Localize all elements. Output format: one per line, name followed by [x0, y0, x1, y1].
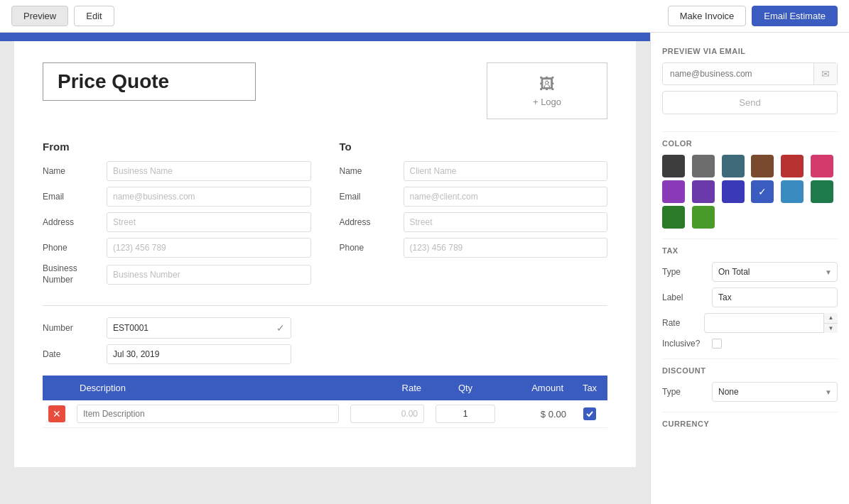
color-swatch-5[interactable]	[811, 155, 833, 177]
color-swatch-9[interactable]	[751, 180, 774, 203]
from-name-label: Name	[43, 166, 107, 176]
qty-cell	[430, 400, 501, 428]
from-email-input[interactable]	[107, 187, 311, 207]
tax-type-select[interactable]: On Total Per Item None	[712, 262, 838, 282]
discount-type-row: Type None Percentage Fixed Amount ▼	[662, 382, 838, 402]
date-input-wrapper[interactable]: Jul 30, 2019	[107, 344, 291, 364]
table-header-qty: Qty	[430, 376, 501, 400]
email-icon: ✉	[813, 63, 837, 84]
discount-type-select[interactable]: None Percentage Fixed Amount	[712, 382, 838, 402]
tax-type-select-wrapper: On Total Per Item None ▼	[712, 262, 838, 282]
tax-rate-row: Rate 0.000% ▲ ▼	[662, 313, 838, 333]
items-table: Description Rate Qty Amount Tax ✕ $ 0.00	[43, 376, 607, 428]
to-address-input[interactable]	[404, 212, 608, 232]
inclusive-row: Inclusive?	[662, 339, 838, 349]
email-input-row: ✉	[662, 62, 838, 85]
preview-button[interactable]: Preview	[11, 6, 68, 26]
inclusive-label: Inclusive?	[662, 339, 712, 349]
rate-cell	[345, 400, 430, 428]
from-email-row: Email	[43, 187, 311, 207]
from-name-input[interactable]	[107, 161, 311, 181]
from-phone-label: Phone	[43, 243, 107, 253]
top-bar: Preview Edit Make Invoice Email Estimate	[0, 0, 849, 33]
inclusive-checkbox[interactable]	[712, 339, 722, 349]
tax-rate-input[interactable]: 0.000%	[704, 313, 838, 333]
from-business-number-label: BusinessNumber	[43, 263, 107, 285]
document-title[interactable]: Price Quote	[43, 62, 256, 101]
preview-email-title: PREVIEW VIA EMAIL	[662, 47, 838, 55]
item-qty-input[interactable]	[436, 405, 495, 423]
to-name-input[interactable]	[404, 161, 608, 181]
color-swatch-0[interactable]	[662, 155, 685, 177]
to-column: To Name Email Address Phone	[340, 141, 608, 291]
color-swatch-2[interactable]	[722, 155, 745, 177]
from-address-input[interactable]	[107, 212, 311, 232]
to-phone-label: Phone	[340, 243, 404, 253]
color-swatch-7[interactable]	[692, 180, 715, 203]
blue-header	[0, 33, 650, 41]
tax-label-input[interactable]	[712, 287, 838, 307]
tax-section: Type On Total Per Item None ▼ Label Rate…	[662, 262, 838, 349]
color-swatch-10[interactable]	[781, 180, 804, 203]
edit-button[interactable]: Edit	[74, 6, 114, 26]
delete-cell: ✕	[43, 400, 71, 428]
rate-up-button[interactable]: ▲	[824, 313, 838, 324]
from-column: From Name Email Address Phone	[43, 141, 311, 291]
color-swatch-3[interactable]	[751, 155, 774, 177]
right-panel: PREVIEW VIA EMAIL ✉ Send COLOR TAX Type …	[650, 33, 849, 504]
description-cell	[71, 400, 345, 428]
number-label: Number	[43, 323, 107, 333]
image-icon: 🖼	[539, 75, 555, 94]
rate-down-button[interactable]: ▼	[824, 324, 838, 334]
to-email-row: Email	[340, 187, 608, 207]
delete-row-button[interactable]: ✕	[48, 405, 65, 422]
item-description-input[interactable]	[77, 405, 339, 423]
logo-upload-area[interactable]: 🖼 + Logo	[487, 62, 607, 119]
from-business-number-input[interactable]	[107, 265, 311, 285]
color-grid	[662, 155, 838, 229]
table-header-action	[43, 376, 71, 400]
preview-email-input[interactable]	[663, 64, 813, 84]
number-input-wrapper[interactable]: EST0001 ✓	[107, 317, 291, 339]
to-email-input[interactable]	[404, 187, 608, 207]
color-swatch-8[interactable]	[722, 180, 745, 203]
line-items-body: ✕ $ 0.00	[43, 400, 607, 428]
panel-divider-4	[662, 412, 838, 412]
top-bar-left: Preview Edit	[11, 6, 114, 26]
send-button[interactable]: Send	[662, 91, 838, 114]
color-swatch-12[interactable]	[662, 206, 685, 229]
table-header-tax: Tax	[572, 376, 607, 400]
color-swatch-1[interactable]	[692, 155, 715, 177]
number-row: Number EST0001 ✓	[43, 317, 607, 339]
tax-rate-label: Rate	[662, 318, 704, 328]
from-phone-input[interactable]	[107, 238, 311, 258]
email-estimate-button[interactable]: Email Estimate	[752, 6, 838, 26]
to-name-row: Name	[340, 161, 608, 181]
panel-divider-2	[662, 239, 838, 239]
from-address-row: Address	[43, 212, 311, 232]
to-address-row: Address	[340, 212, 608, 232]
logo-label: + Logo	[533, 97, 561, 107]
discount-section-title: DISCOUNT	[662, 366, 838, 375]
color-swatch-11[interactable]	[811, 180, 833, 203]
color-swatch-4[interactable]	[781, 155, 804, 177]
make-invoice-button[interactable]: Make Invoice	[668, 6, 747, 26]
item-rate-input[interactable]	[350, 405, 424, 423]
tax-type-row: Type On Total Per Item None ▼	[662, 262, 838, 282]
color-swatch-13[interactable]	[692, 206, 715, 229]
tax-rate-input-wrapper: 0.000% ▲ ▼	[704, 313, 838, 333]
currency-section-title: CURRENCY	[662, 420, 838, 428]
item-amount: $ 0.00	[501, 400, 572, 428]
panel-divider-3	[662, 358, 838, 359]
panel-divider-1	[662, 131, 838, 132]
to-name-label: Name	[340, 166, 404, 176]
from-email-label: Email	[43, 192, 107, 202]
table-header: Description Rate Qty Amount Tax	[43, 376, 607, 400]
to-phone-input[interactable]	[404, 238, 608, 258]
color-swatch-6[interactable]	[662, 180, 685, 203]
check-icon: ✓	[276, 322, 285, 334]
item-tax-checkbox[interactable]	[583, 407, 596, 420]
date-value: Jul 30, 2019	[113, 349, 159, 359]
from-business-number-row: BusinessNumber	[43, 263, 311, 285]
table-header-rate: Rate	[345, 376, 430, 400]
